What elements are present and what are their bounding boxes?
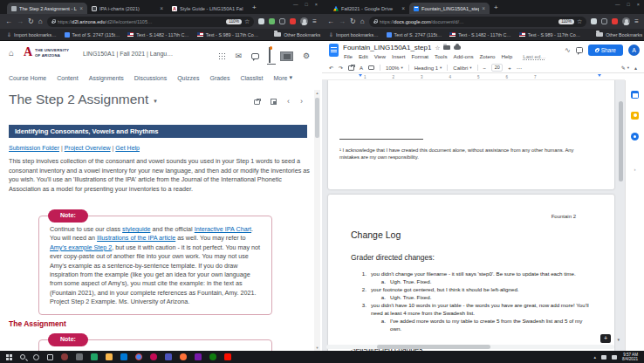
close-button[interactable]: × (637, 2, 640, 7)
profile-avatar[interactable] (300, 17, 308, 25)
address-bar[interactable]: https://d2l.arizona.edu/d2l/le/content/1… (47, 17, 255, 27)
start-button[interactable] (6, 354, 9, 357)
zoom-select[interactable]: 100%▾ (386, 65, 403, 71)
reload-button[interactable]: ↻ (350, 18, 356, 25)
taskbar-clock[interactable]: 9:57 AM 8/4/2021 (622, 353, 638, 362)
star-icon[interactable]: ☆ (435, 45, 440, 51)
account-avatar[interactable]: A (628, 45, 640, 56)
extension-icon[interactable] (290, 18, 296, 24)
nav-quizzes[interactable]: Quizzes (177, 74, 199, 81)
chat-icon[interactable] (251, 53, 259, 59)
activity-icon[interactable]: ∿ (565, 46, 571, 54)
bookmark-star-icon[interactable]: ☆ (577, 18, 582, 25)
submission-folder-link[interactable]: Submission Folder (9, 145, 59, 151)
scroll-up-icon[interactable]: ▲ (314, 91, 320, 95)
taskbar-app-icon[interactable] (61, 353, 68, 360)
menu-format[interactable]: Format (411, 53, 428, 59)
forward-button[interactable]: → (17, 18, 24, 25)
taskbar-teams-icon[interactable] (165, 353, 172, 360)
next-page-icon[interactable]: › (300, 98, 303, 106)
new-tab-button[interactable]: + (494, 3, 498, 11)
last-edit-link[interactable]: Last ed… (523, 53, 545, 59)
google-docs-icon[interactable] (329, 44, 339, 57)
tray-volume-icon[interactable] (612, 355, 617, 360)
font-select[interactable]: Calibri▾ (453, 65, 471, 71)
browser-menu-icon[interactable]: ≡ (634, 18, 639, 25)
example-step2-link[interactable]: Amy's example Step 2 (50, 243, 112, 251)
scrollbar-thumb[interactable] (315, 98, 319, 138)
bookmark-item[interactable]: Text - S.989 - 117th Co… (197, 32, 258, 38)
bookmark-item[interactable]: Text of S. 2747 (115t… (65, 32, 120, 38)
extension-icon[interactable] (601, 18, 607, 24)
doc-page-1[interactable]: ¹ I acknowledge that I have created this… (328, 80, 614, 189)
user-avatar[interactable] (280, 51, 293, 61)
ipa-article-link[interactable]: Illustrations of the IPA article (97, 234, 175, 242)
taskbar-app-icon[interactable] (195, 353, 202, 360)
task-view-icon[interactable] (47, 354, 53, 360)
forward-button[interactable]: → (339, 18, 346, 25)
gear-icon[interactable]: ⚙ (303, 52, 310, 60)
menu-help[interactable]: Help (501, 53, 512, 59)
indent-marker[interactable] (359, 74, 362, 77)
extension-icon[interactable] (279, 18, 285, 24)
nav-grades[interactable]: Grades (209, 74, 230, 81)
menu-addons[interactable]: Add-ons (454, 53, 474, 59)
indent-marker[interactable] (598, 74, 601, 77)
spellcheck-icon[interactable]: A (360, 65, 363, 71)
redo-icon[interactable]: ↷ (339, 65, 343, 71)
menu-view[interactable]: View (374, 53, 386, 59)
menu-insert[interactable]: Insert (392, 53, 405, 59)
taskbar-app-icon[interactable] (209, 353, 216, 360)
back-button[interactable]: ← (5, 18, 12, 25)
app-grid-icon[interactable] (218, 52, 225, 59)
tab-close-icon[interactable]: × (401, 5, 405, 11)
mail-icon[interactable]: ✉ (235, 52, 242, 60)
home-icon[interactable]: ⌂ (9, 48, 14, 58)
font-size-increase[interactable]: + (508, 65, 511, 71)
doc-scrollbar-thumb[interactable] (619, 101, 623, 182)
nav-content[interactable]: Content (57, 74, 79, 81)
tray-network-icon[interactable] (601, 355, 606, 360)
nav-course-home[interactable]: Course Home (9, 74, 46, 81)
tab-ipa-charts[interactable]: IPA i-charts (2021) × (87, 3, 168, 14)
scrollbar-thumb[interactable] (377, 345, 490, 349)
comments-icon[interactable] (576, 47, 583, 53)
bookmark-import[interactable]: ⇩Import bookmarks… (329, 31, 379, 38)
maximize-button[interactable]: □ (627, 2, 629, 7)
tab-google-drive[interactable]: Fall2021 - Google Drive × (329, 3, 409, 14)
fullscreen-icon[interactable] (271, 99, 277, 105)
url-text[interactable]: https://docs.google.com/document/d/… (380, 19, 557, 24)
taskbar-acrobat-icon[interactable] (224, 353, 231, 360)
bookmark-item[interactable]: Text of S. 2747 (115t… (387, 32, 442, 38)
ruler[interactable]: 1234567 (322, 73, 625, 80)
print-icon[interactable] (348, 65, 354, 71)
bookmark-item[interactable]: Text - S.989 - 117th Co… (519, 32, 580, 38)
zoom-badge[interactable]: 110% (558, 19, 574, 24)
nav-classlist[interactable]: Classlist (240, 74, 263, 81)
reload-button[interactable]: ↻ (28, 18, 34, 25)
chevron-down-icon[interactable]: ▾ (154, 98, 157, 105)
university-arizona-logo[interactable]: A (24, 45, 32, 59)
bookmark-item[interactable]: Text - S.1482 - 117th C… (449, 32, 510, 38)
extension-icon[interactable] (258, 18, 264, 24)
get-help-link[interactable]: Get Help (115, 145, 140, 151)
tab-style-guide[interactable]: A Style Guide - LING150A1 Fal… (168, 3, 248, 14)
chevron-down-icon[interactable]: ▾ (617, 337, 620, 342)
collapse-toolbar-icon[interactable]: ▴ (634, 65, 637, 71)
other-bookmarks[interactable]: Other Bookmarks (274, 32, 320, 38)
taskbar-app-icon[interactable] (76, 353, 83, 360)
calendar-icon[interactable] (631, 91, 639, 99)
address-bar[interactable]: https://docs.google.com/document/d/… 110… (369, 17, 587, 27)
font-size-field[interactable]: 20 (491, 64, 503, 72)
nav-assignments[interactable]: Assignments (89, 74, 124, 81)
bookmark-import[interactable]: ⇩Import bookmarks… (7, 31, 57, 38)
course-title[interactable]: LING150A1 | Fall 2021 | Langu… (83, 51, 173, 57)
menu-zotero[interactable]: Zotero (480, 53, 496, 59)
keep-icon[interactable] (631, 112, 639, 120)
browser-menu-icon[interactable]: ≡ (312, 18, 317, 25)
profile-avatar[interactable] (622, 17, 630, 25)
menu-edit[interactable]: Edit (359, 53, 368, 59)
scroll-down-icon[interactable]: ▼ (314, 346, 320, 350)
page-scrollbar[interactable]: ▲ ▼ (314, 90, 320, 351)
tab-close-icon[interactable]: × (482, 5, 485, 11)
